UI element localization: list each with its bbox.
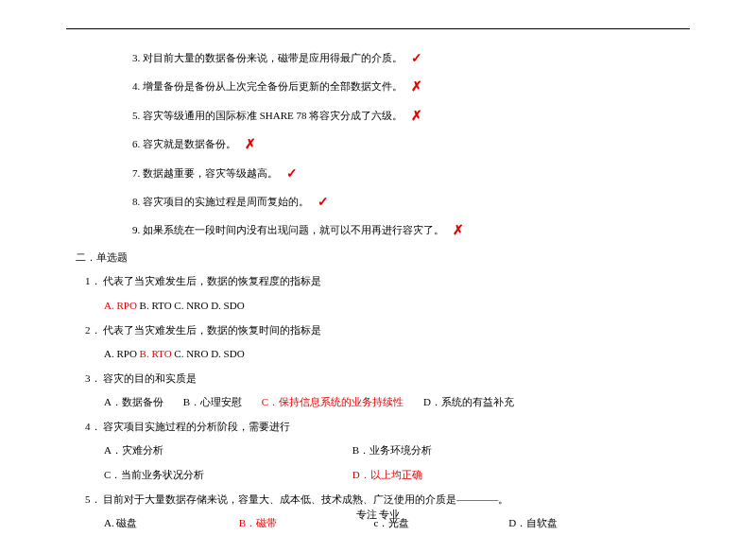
tf-item: 5. 容灾等级通用的国际标准 SHARE 78 将容灾分成了六级。 ✗ xyxy=(66,106,690,127)
page-footer: 专注 专业 xyxy=(0,508,756,522)
q-text: 容灾项目实施过程的分析阶段，需要进行 xyxy=(103,421,290,432)
opt-d: D. SDO xyxy=(211,298,244,315)
mc-options-row1: A．灾难分析 B．业务环境分析 xyxy=(66,442,690,459)
opt-c: C．保持信息系统的业务持续性 xyxy=(262,394,404,411)
mc-question: 1． 代表了当灾难发生后，数据的恢复程度的指标是 xyxy=(66,273,690,290)
opt-d: D. SDO xyxy=(211,346,244,363)
q-num: 4． xyxy=(85,421,101,432)
tf-num: 6. xyxy=(132,138,140,149)
opt-b: B. RTO xyxy=(140,298,172,315)
tf-num: 7. xyxy=(132,166,140,178)
opt-b: B. RTO xyxy=(140,346,172,363)
tf-item: 9. 如果系统在一段时间内没有出现问题，就可以不用再进行容灾了。 ✗ xyxy=(66,220,690,241)
mc-question: 3． 容灾的目的和实质是 xyxy=(66,371,690,388)
q-text: 代表了当灾难发生后，数据的恢复时间的指标是 xyxy=(103,324,321,336)
mc-question: 5． 目前对于大量数据存储来说，容量大、成本低、技术成熟、广泛使用的介质是―――… xyxy=(66,492,690,509)
mc-options: A．数据备份 B．心理安慰 C．保持信息系统的业务持续性 D．系统的有益补充 xyxy=(66,394,690,411)
mc-options-row2: C．当前业务状况分析 D．以上均正确 xyxy=(66,467,690,484)
mc-options: A. RPO B. RTO C. NRO D. SDO xyxy=(66,346,690,363)
tf-text: 容灾项目的实施过程是周而复始的。 xyxy=(143,196,309,207)
opt-c: C. NRO xyxy=(174,298,208,315)
opt-c: C. NRO xyxy=(174,346,208,363)
tf-num: 4. xyxy=(132,80,140,92)
mc-options: A. RPO B. RTO C. NRO D. SDO xyxy=(66,298,690,315)
check-icon: ✓ xyxy=(318,192,329,213)
tf-text: 容灾等级通用的国际标准 SHARE 78 将容灾分成了六级。 xyxy=(143,110,403,121)
opt-d: D．以上均正确 xyxy=(352,467,422,484)
q-num: 3． xyxy=(85,372,101,384)
tf-num: 8. xyxy=(132,196,140,207)
tf-item: 8. 容灾项目的实施过程是周而复始的。 ✓ xyxy=(66,192,690,213)
q-text: 代表了当灾难发生后，数据的恢复程度的指标是 xyxy=(103,275,321,286)
tf-text: 对目前大量的数据备份来说，磁带是应用得最广的介质。 xyxy=(143,52,403,63)
opt-b: B．心理安慰 xyxy=(183,394,242,411)
cross-icon: ✗ xyxy=(245,134,256,155)
cross-icon: ✗ xyxy=(411,106,422,127)
opt-a: A．数据备份 xyxy=(104,394,163,411)
opt-c: C．当前业务状况分析 xyxy=(104,467,350,484)
cross-icon: ✗ xyxy=(453,220,464,241)
tf-item: 3. 对目前大量的数据备份来说，磁带是应用得最广的介质。 ✓ xyxy=(66,48,690,69)
mc-question: 4． 容灾项目实施过程的分析阶段，需要进行 xyxy=(66,419,690,436)
q-num: 5． xyxy=(85,493,101,505)
opt-a: A. RPO xyxy=(104,298,137,315)
q-num: 1． xyxy=(85,275,101,286)
tf-item: 6. 容灾就是数据备份。 ✗ xyxy=(66,134,690,155)
tf-text: 数据越重要，容灾等级越高。 xyxy=(143,166,278,178)
opt-a: A. RPO xyxy=(104,346,137,363)
tf-text: 如果系统在一段时间内没有出现问题，就可以不用再进行容灾了。 xyxy=(143,224,444,235)
opt-b: B．业务环境分析 xyxy=(352,442,432,459)
q-text: 容灾的目的和实质是 xyxy=(103,372,197,384)
check-icon: ✓ xyxy=(286,164,298,184)
check-icon: ✓ xyxy=(411,48,422,69)
opt-a: A．灾难分析 xyxy=(104,442,350,459)
top-divider xyxy=(66,28,690,29)
q-text: 目前对于大量数据存储来说，容量大、成本低、技术成熟、广泛使用的介质是――――。 xyxy=(103,493,508,505)
tf-item: 7. 数据越重要，容灾等级越高。 ✓ xyxy=(66,164,690,184)
section-heading: 二．单选题 xyxy=(66,250,690,267)
tf-num: 9. xyxy=(132,224,140,235)
tf-text: 容灾就是数据备份。 xyxy=(143,138,236,149)
tf-item: 4. 增量备份是备份从上次完全备份后更新的全部数据文件。 ✗ xyxy=(66,77,690,97)
mc-question: 2． 代表了当灾难发生后，数据的恢复时间的指标是 xyxy=(66,322,690,339)
tf-text: 增量备份是备份从上次完全备份后更新的全部数据文件。 xyxy=(143,80,403,92)
opt-d: D．系统的有益补充 xyxy=(423,394,514,411)
cross-icon: ✗ xyxy=(411,77,422,97)
tf-num: 3. xyxy=(132,52,140,63)
q-num: 2． xyxy=(85,324,101,336)
tf-num: 5. xyxy=(132,110,140,121)
